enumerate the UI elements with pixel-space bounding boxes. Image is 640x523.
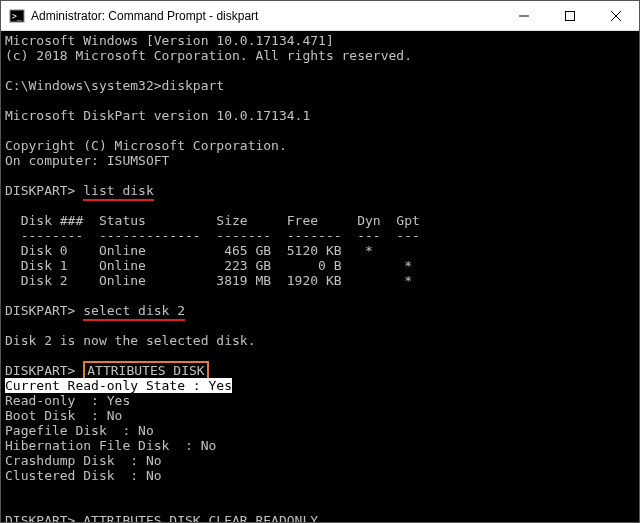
titlebar[interactable]: >_ Administrator: Command Prompt - diskp… [1, 1, 639, 31]
table-divider: -------- ------------- ------- ------- -… [5, 228, 420, 243]
svg-text:>_: >_ [12, 12, 22, 21]
diskpart-version: Microsoft DiskPart version 10.0.17134.1 [5, 108, 310, 123]
prompt-path: C:\Windows\system32> [5, 78, 162, 93]
attr-clustered: Clustered Disk : No [5, 468, 162, 483]
attr-current-readonly: Current Read-only State : Yes [5, 378, 232, 393]
attr-hibernation: Hibernation File Disk : No [5, 438, 216, 453]
svg-rect-3 [566, 11, 575, 20]
diskpart-prompt: DISKPART> [5, 513, 75, 522]
cmd-select-disk: select disk 2 [83, 303, 185, 321]
attr-pagefile: Pagefile Disk : No [5, 423, 154, 438]
attr-readonly: Read-only : Yes [5, 393, 130, 408]
minimize-button[interactable] [501, 1, 547, 30]
diskpart-prompt: DISKPART> [5, 183, 75, 198]
window-controls [501, 1, 639, 30]
attr-crashdump: Crashdump Disk : No [5, 453, 162, 468]
banner-line: Microsoft Windows [Version 10.0.17134.47… [5, 33, 334, 48]
diskpart-prompt: DISKPART> [5, 303, 75, 318]
terminal-output[interactable]: Microsoft Windows [Version 10.0.17134.47… [1, 31, 639, 522]
maximize-button[interactable] [547, 1, 593, 30]
banner-line: (c) 2018 Microsoft Corporation. All righ… [5, 48, 412, 63]
table-header: Disk ### Status Size Free Dyn Gpt [5, 213, 420, 228]
table-row: Disk 2 Online 3819 MB 1920 KB * [5, 273, 412, 288]
cmd-window: >_ Administrator: Command Prompt - diskp… [0, 0, 640, 523]
cmd-icon: >_ [9, 8, 25, 24]
cmd-clear-readonly: ATTRIBUTES DISK CLEAR READONLY [83, 513, 318, 522]
table-row: Disk 0 Online 465 GB 5120 KB * [5, 243, 373, 258]
window-title: Administrator: Command Prompt - diskpart [31, 9, 501, 23]
cmd-diskpart: diskpart [162, 78, 225, 93]
cmd-list-disk: list disk [83, 183, 153, 201]
on-computer-line: On computer: ISUMSOFT [5, 153, 169, 168]
select-result: Disk 2 is now the selected disk. [5, 333, 255, 348]
table-row: Disk 1 Online 223 GB 0 B * [5, 258, 412, 273]
attr-boot: Boot Disk : No [5, 408, 122, 423]
close-button[interactable] [593, 1, 639, 30]
copyright-line: Copyright (C) Microsoft Corporation. [5, 138, 287, 153]
diskpart-prompt: DISKPART> [5, 363, 75, 378]
